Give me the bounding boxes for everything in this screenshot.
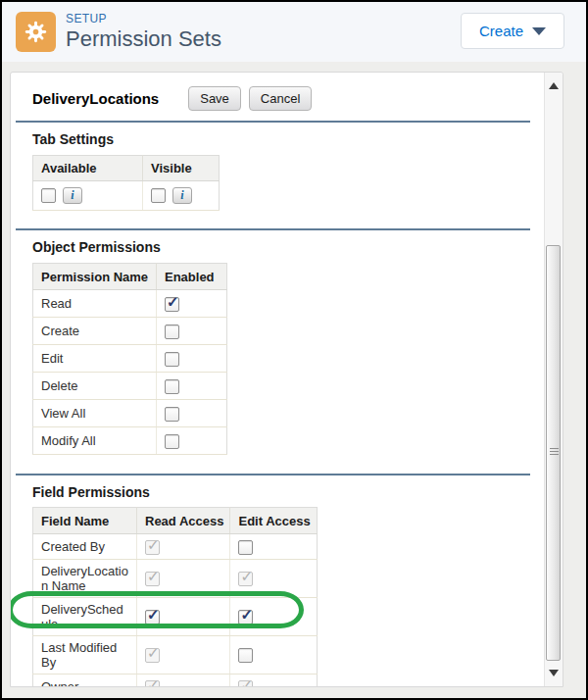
checkmark-icon: ✓: [240, 607, 253, 622]
object-permission-row: Read✓: [33, 290, 227, 318]
checkmark-icon: ✓: [240, 677, 253, 686]
field-name: Owner: [33, 675, 137, 687]
checkbox-unchecked[interactable]: [151, 188, 166, 203]
section-divider: [16, 121, 530, 123]
checkbox-checked-disabled: ✓: [145, 680, 160, 686]
tab-settings-heading: Tab Settings: [32, 131, 532, 147]
checkbox-unchecked[interactable]: [165, 325, 179, 339]
column-header: Available: [33, 156, 143, 181]
checkmark-icon: ✓: [147, 645, 160, 660]
checkbox-unchecked[interactable]: [238, 648, 253, 663]
read-access-cell: ✓: [137, 534, 230, 560]
vertical-scrollbar[interactable]: [544, 73, 563, 686]
enabled-cell: [157, 400, 227, 427]
checkbox-checked[interactable]: ✓: [165, 297, 179, 312]
scrollbar-thumb[interactable]: [546, 245, 561, 661]
checkbox-checked-disabled: ✓: [145, 572, 160, 586]
scrollbar-grip-icon: [550, 448, 559, 457]
setup-eyebrow: SETUP: [66, 12, 221, 26]
checkbox-unchecked[interactable]: [165, 434, 179, 449]
read-access-cell: ✓: [137, 598, 230, 636]
record-name: DeliveryLocations: [32, 90, 159, 107]
create-button-label: Create: [479, 23, 523, 39]
column-header: Read Access: [137, 508, 230, 534]
field-name: DeliveryLocation Name: [33, 560, 137, 598]
create-button[interactable]: Create: [461, 13, 564, 49]
object-permissions-table: Permission NameEnabled Read✓CreateEditDe…: [32, 263, 227, 455]
checkbox-checked-disabled: ✓: [238, 680, 253, 686]
tab-settings-header-row: AvailableVisible: [33, 156, 220, 181]
checkbox-checked-disabled: ✓: [238, 572, 253, 586]
field-name: Last Modified By: [33, 636, 137, 675]
gear-icon: [23, 19, 49, 45]
setup-header: SETUP Permission Sets Create: [2, 2, 586, 62]
checkbox-checked[interactable]: ✓: [238, 610, 253, 625]
column-header: Enabled: [157, 264, 227, 290]
read-access-cell: ✓: [137, 675, 230, 687]
field-permissions-section: Field NameRead AccessEdit Access Created…: [32, 507, 318, 686]
permission-name: View All: [33, 400, 157, 427]
field-name: Created By: [33, 534, 137, 560]
permission-name: Modify All: [33, 427, 157, 455]
object-permission-row: Delete: [33, 373, 227, 400]
permission-name: Delete: [33, 373, 157, 400]
scroll-up-icon[interactable]: [549, 82, 559, 89]
tab-settings-row: ii: [33, 181, 220, 211]
section-divider: [16, 228, 530, 230]
object-permissions-heading: Object Permissions: [32, 239, 532, 255]
setup-gear-icon: [16, 12, 56, 52]
checkbox-checked-disabled: ✓: [145, 540, 160, 555]
field-permission-row-highlighted: DeliverySchedule✓✓: [33, 598, 318, 636]
permission-name: Create: [33, 318, 157, 345]
tab-settings-table: AvailableVisible ii: [32, 155, 220, 211]
edit-access-cell: ✓: [230, 560, 317, 598]
checkbox-unchecked[interactable]: [238, 540, 253, 555]
info-icon[interactable]: i: [172, 187, 192, 204]
checkbox-unchecked[interactable]: [165, 407, 179, 422]
column-header: Visible: [143, 156, 220, 181]
object-permission-row: Modify All: [33, 427, 227, 455]
checkmark-icon: ✓: [147, 537, 160, 552]
checkbox-unchecked[interactable]: [165, 379, 179, 394]
content-panel: DeliveryLocations Save Cancel Tab Settin…: [10, 72, 564, 687]
checkbox-unchecked[interactable]: [41, 188, 56, 203]
edit-access-cell: ✓: [230, 598, 317, 636]
available-cell: i: [33, 181, 143, 211]
field-permission-row: DeliveryLocation Name✓✓: [33, 560, 318, 598]
chevron-down-icon: [532, 27, 546, 35]
scroll-down-icon[interactable]: [549, 670, 559, 676]
object-permission-row: View All: [33, 400, 227, 427]
checkmark-icon: ✓: [147, 677, 160, 686]
field-permission-row: Created By✓: [33, 534, 318, 560]
checkmark-icon: ✓: [147, 569, 160, 583]
enabled-cell: [157, 427, 227, 455]
page-title: Permission Sets: [66, 26, 221, 52]
edit-access-cell: [230, 636, 317, 675]
checkbox-unchecked[interactable]: [165, 352, 179, 367]
field-permission-row: Owner✓✓: [33, 675, 318, 687]
column-header: Field Name: [33, 508, 137, 534]
field-permission-row: Last Modified By✓: [33, 636, 318, 675]
permission-sets-window: SETUP Permission Sets Create DeliveryLoc…: [0, 0, 588, 700]
permission-name: Read: [33, 290, 157, 318]
field-permissions-heading: Field Permissions: [32, 484, 532, 500]
edit-access-cell: [230, 534, 317, 560]
column-header: Permission Name: [33, 264, 157, 290]
edit-access-cell: ✓: [230, 675, 317, 687]
save-button[interactable]: Save: [188, 86, 241, 111]
enabled-cell: [157, 345, 227, 373]
checkbox-checked-disabled: ✓: [145, 648, 160, 663]
read-access-cell: ✓: [137, 560, 230, 598]
checkmark-icon: ✓: [167, 294, 179, 309]
info-icon[interactable]: i: [63, 187, 82, 204]
checkbox-checked[interactable]: ✓: [145, 610, 160, 625]
cancel-button[interactable]: Cancel: [249, 86, 312, 111]
record-toolbar: DeliveryLocations Save Cancel: [32, 85, 532, 111]
visible-cell: i: [143, 181, 220, 211]
enabled-cell: ✓: [157, 290, 227, 318]
object-permission-row: Edit: [33, 345, 227, 373]
checkmark-icon: ✓: [240, 569, 253, 583]
section-divider: [16, 474, 530, 475]
field-permissions-table: Field NameRead AccessEdit Access Created…: [32, 507, 318, 686]
column-header: Edit Access: [230, 508, 317, 534]
